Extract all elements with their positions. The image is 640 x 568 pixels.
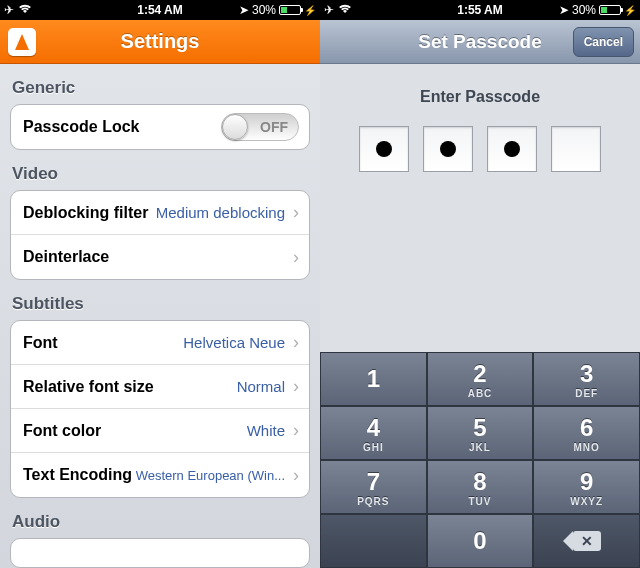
key-5[interactable]: 5JKL — [427, 406, 534, 460]
charging-icon: ⚡ — [304, 5, 316, 16]
group-audio — [10, 538, 310, 568]
key-3[interactable]: 3DEF — [533, 352, 640, 406]
row-label: Text Encoding — [23, 466, 132, 484]
key-backspace[interactable]: ✕ — [533, 514, 640, 568]
passcode-screen: ✈ 1:55 AM ➤ 30% ⚡ Set Passcode Cancel En… — [320, 0, 640, 568]
key-2[interactable]: 2ABC — [427, 352, 534, 406]
row-font-color[interactable]: Font color White › — [11, 409, 309, 453]
row-audio-partial[interactable] — [11, 539, 309, 568]
section-header-audio: Audio — [0, 498, 320, 538]
status-time: 1:54 AM — [137, 3, 183, 17]
row-label: Deinterlace — [23, 248, 109, 266]
row-label: Deblocking filter — [23, 204, 148, 222]
key-1[interactable]: 1 — [320, 352, 427, 406]
passcode-prompt: Enter Passcode — [320, 64, 640, 106]
settings-body[interactable]: Generic Passcode Lock OFF Video Deblocki… — [0, 64, 320, 568]
nav-bar: Set Passcode Cancel — [320, 20, 640, 64]
passcode-digit-4 — [551, 126, 601, 172]
chevron-right-icon: › — [289, 465, 299, 486]
chevron-right-icon: › — [289, 202, 299, 223]
section-header-video: Video — [0, 150, 320, 190]
chevron-right-icon: › — [289, 376, 299, 397]
row-deblocking[interactable]: Deblocking filter Medium deblocking › — [11, 191, 309, 235]
backspace-icon: ✕ — [573, 531, 601, 551]
status-bar: ✈ 1:55 AM ➤ 30% ⚡ — [320, 0, 640, 20]
location-icon: ➤ — [239, 3, 249, 17]
nav-title: Settings — [121, 30, 200, 53]
passcode-body: Enter Passcode — [320, 64, 640, 352]
passcode-switch[interactable]: OFF — [221, 113, 299, 141]
airplane-mode-icon: ✈ — [324, 3, 334, 17]
passcode-digit-1 — [359, 126, 409, 172]
vlc-app-icon — [8, 28, 36, 56]
passcode-digit-2 — [423, 126, 473, 172]
key-8[interactable]: 8TUV — [427, 460, 534, 514]
numeric-keypad: 1 2ABC 3DEF 4GHI 5JKL 6MNO 7PQRS 8TUV 9W… — [320, 352, 640, 568]
row-label: Font color — [23, 422, 101, 440]
section-header-subtitles: Subtitles — [0, 280, 320, 320]
group-generic: Passcode Lock OFF — [10, 104, 310, 150]
row-value: Helvetica Neue — [183, 334, 289, 351]
settings-screen: ✈ 1:54 AM ➤ 30% ⚡ Settings Generic Passc… — [0, 0, 320, 568]
key-blank — [320, 514, 427, 568]
row-text-encoding[interactable]: Text Encoding Western European (Win... › — [11, 453, 309, 497]
nav-title: Set Passcode — [418, 31, 542, 53]
switch-off-label: OFF — [260, 119, 288, 135]
cancel-button[interactable]: Cancel — [573, 27, 634, 57]
row-value: White — [247, 422, 289, 439]
row-label: Passcode Lock — [23, 118, 140, 136]
location-icon: ➤ — [559, 3, 569, 17]
battery-icon — [599, 5, 621, 15]
wifi-icon — [18, 3, 32, 17]
key-4[interactable]: 4GHI — [320, 406, 427, 460]
row-passcode-lock[interactable]: Passcode Lock OFF — [11, 105, 309, 149]
group-video: Deblocking filter Medium deblocking › De… — [10, 190, 310, 280]
row-value: Normal — [237, 378, 289, 395]
chevron-right-icon: › — [289, 332, 299, 353]
row-deinterlace[interactable]: Deinterlace › — [11, 235, 309, 279]
chevron-right-icon: › — [289, 420, 299, 441]
row-label: Font — [23, 334, 58, 352]
row-value: Western European (Win... — [136, 468, 289, 483]
battery-pct: 30% — [252, 3, 276, 17]
battery-icon — [279, 5, 301, 15]
battery-pct: 30% — [572, 3, 596, 17]
key-6[interactable]: 6MNO — [533, 406, 640, 460]
key-9[interactable]: 9WXYZ — [533, 460, 640, 514]
row-value: Medium deblocking — [156, 204, 289, 221]
row-relative-font-size[interactable]: Relative font size Normal › — [11, 365, 309, 409]
status-bar: ✈ 1:54 AM ➤ 30% ⚡ — [0, 0, 320, 20]
airplane-mode-icon: ✈ — [4, 3, 14, 17]
section-header-generic: Generic — [0, 64, 320, 104]
key-0[interactable]: 0 — [427, 514, 534, 568]
passcode-digit-3 — [487, 126, 537, 172]
charging-icon: ⚡ — [624, 5, 636, 16]
wifi-icon — [338, 3, 352, 17]
row-font[interactable]: Font Helvetica Neue › — [11, 321, 309, 365]
nav-bar: Settings — [0, 20, 320, 64]
chevron-right-icon: › — [289, 247, 299, 268]
passcode-dots — [320, 126, 640, 172]
switch-knob — [222, 114, 248, 140]
row-label: Relative font size — [23, 378, 154, 396]
group-subtitles: Font Helvetica Neue › Relative font size… — [10, 320, 310, 498]
key-7[interactable]: 7PQRS — [320, 460, 427, 514]
status-time: 1:55 AM — [457, 3, 503, 17]
